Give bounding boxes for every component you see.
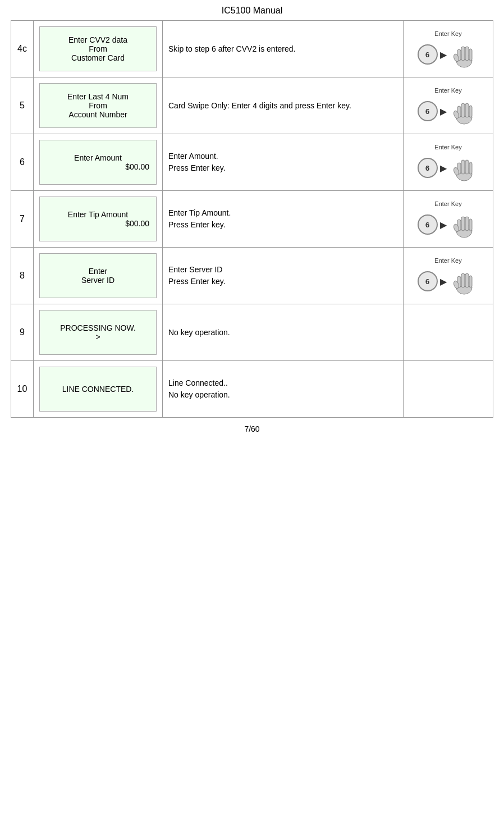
- key-circle: 6: [418, 44, 438, 65]
- key-hands-row: 6▶: [418, 266, 479, 296]
- page-title: IC5100 Manual: [0, 0, 504, 20]
- key-illustration-cell: [404, 361, 493, 418]
- screen-box: Enter Amount$00.00: [39, 140, 157, 185]
- arrow-icon: ▶: [440, 276, 447, 287]
- svg-rect-21: [465, 217, 469, 231]
- screen-box: LINE CONNECTED.: [39, 367, 157, 412]
- step-number: 5: [11, 77, 34, 134]
- svg-rect-15: [465, 160, 469, 174]
- screen-cell: Enter Amount$00.00: [34, 134, 163, 191]
- screen-cell: Enter Last 4 NumFromAccount Number: [34, 77, 163, 134]
- enter-key-wrap: Enter Key6▶: [418, 30, 479, 70]
- description-cell: Line Connected..No key operation.: [163, 361, 404, 418]
- desc-line: Press Enter key.: [168, 163, 226, 172]
- key-circle: 6: [418, 101, 438, 121]
- arrow-icon: ▶: [440, 163, 447, 173]
- svg-rect-28: [469, 276, 472, 287]
- svg-rect-10: [469, 106, 472, 117]
- key-hands-row: 6▶: [418, 153, 479, 183]
- main-table: 4cEnter CVV2 dataFromCustomer CardSkip t…: [11, 20, 493, 418]
- hand-icon: [449, 96, 479, 126]
- screen-line: From: [89, 101, 107, 110]
- key-illustration-cell: Enter Key6▶: [404, 248, 493, 304]
- desc-line: Line Connected..: [168, 378, 228, 387]
- key-illustration-cell: [404, 304, 493, 361]
- screen-cell: Enter Tip Amount$00.00: [34, 191, 163, 248]
- key-illustration-cell: Enter Key6▶: [404, 191, 493, 248]
- desc-line: Press Enter key.: [168, 277, 226, 286]
- screen-line: Enter Last 4 Num: [67, 92, 129, 101]
- screen-amount: $00.00: [47, 219, 149, 228]
- svg-rect-3: [465, 47, 469, 61]
- hand-icon: [449, 153, 479, 183]
- screen-box: PROCESSING NOW.>: [39, 310, 157, 355]
- screen-cell: PROCESSING NOW.>: [34, 304, 163, 361]
- desc-line: Enter Server ID: [168, 265, 222, 274]
- arrow-icon: ▶: [440, 106, 447, 117]
- desc-line: No key operation.: [168, 390, 230, 399]
- screen-cell: EnterServer ID: [34, 248, 163, 304]
- enter-key-label: Enter Key: [434, 200, 461, 207]
- screen-cell: LINE CONNECTED.: [34, 361, 163, 418]
- desc-line: Enter Tip Amount.: [168, 208, 231, 217]
- enter-key-wrap: Enter Key6▶: [418, 200, 479, 240]
- enter-key-label: Enter Key: [434, 144, 461, 150]
- svg-rect-2: [461, 47, 465, 61]
- description-cell: Skip to step 6 after CVV2 is entered.: [163, 21, 404, 77]
- screen-box: Enter Tip Amount$00.00: [39, 197, 157, 241]
- screen-line: Enter Tip Amount: [68, 210, 128, 219]
- enter-key-label: Enter Key: [434, 87, 461, 94]
- svg-rect-8: [461, 103, 465, 117]
- description-cell: No key operation.: [163, 304, 404, 361]
- key-circle: 6: [418, 158, 438, 178]
- screen-line: From: [89, 44, 107, 53]
- screen-box: Enter Last 4 NumFromAccount Number: [39, 83, 157, 128]
- description-cell: Card Swipe Only: Enter 4 digits and pres…: [163, 77, 404, 134]
- desc-line: Enter Amount.: [168, 152, 218, 161]
- svg-rect-26: [461, 273, 465, 287]
- screen-line: Enter Amount: [74, 153, 122, 162]
- key-illustration-cell: Enter Key6▶: [404, 77, 493, 134]
- enter-key-wrap: Enter Key6▶: [418, 87, 479, 126]
- description-cell: Enter Server IDPress Enter key.: [163, 248, 404, 304]
- key-illustration-cell: Enter Key6▶: [404, 134, 493, 191]
- screen-line: LINE CONNECTED.: [62, 385, 134, 394]
- arrow-icon: ▶: [440, 220, 447, 230]
- enter-key-wrap: Enter Key6▶: [418, 144, 479, 183]
- description-cell: Enter Tip Amount.Press Enter key.: [163, 191, 404, 248]
- key-circle: 6: [418, 214, 438, 235]
- svg-rect-4: [469, 49, 472, 61]
- screen-line: Server ID: [81, 276, 114, 285]
- key-circle: 6: [418, 271, 438, 291]
- screen-amount: $00.00: [47, 162, 149, 171]
- hand-icon: [449, 39, 479, 70]
- enter-key-wrap: Enter Key6▶: [418, 257, 479, 296]
- svg-rect-20: [461, 217, 465, 231]
- screen-line: PROCESSING NOW.: [60, 323, 136, 332]
- step-number: 8: [11, 248, 34, 304]
- screen-box: Enter CVV2 dataFromCustomer Card: [39, 26, 157, 71]
- desc-line: Skip to step 6 after CVV2 is entered.: [168, 44, 295, 53]
- svg-rect-14: [461, 160, 465, 174]
- step-number: 9: [11, 304, 34, 361]
- page-footer: 7/60: [0, 418, 504, 438]
- enter-key-label: Enter Key: [434, 30, 461, 37]
- desc-line: Press Enter key.: [168, 220, 226, 229]
- screen-box: EnterServer ID: [39, 253, 157, 298]
- screen-line: Enter: [89, 267, 107, 276]
- description-cell: Enter Amount.Press Enter key.: [163, 134, 404, 191]
- desc-line: No key operation.: [168, 328, 230, 337]
- step-number: 10: [11, 361, 34, 418]
- screen-line: Account Number: [68, 110, 127, 119]
- screen-line: >: [95, 332, 100, 341]
- key-illustration-cell: Enter Key6▶: [404, 21, 493, 77]
- arrow-icon: ▶: [440, 49, 447, 60]
- hand-icon: [449, 266, 479, 296]
- step-number: 7: [11, 191, 34, 248]
- screen-line: Customer Card: [71, 53, 125, 62]
- screen-line: Enter CVV2 data: [68, 35, 127, 44]
- key-hands-row: 6▶: [418, 39, 479, 70]
- hand-icon: [449, 209, 479, 240]
- screen-cell: Enter CVV2 dataFromCustomer Card: [34, 21, 163, 77]
- svg-rect-9: [465, 103, 469, 117]
